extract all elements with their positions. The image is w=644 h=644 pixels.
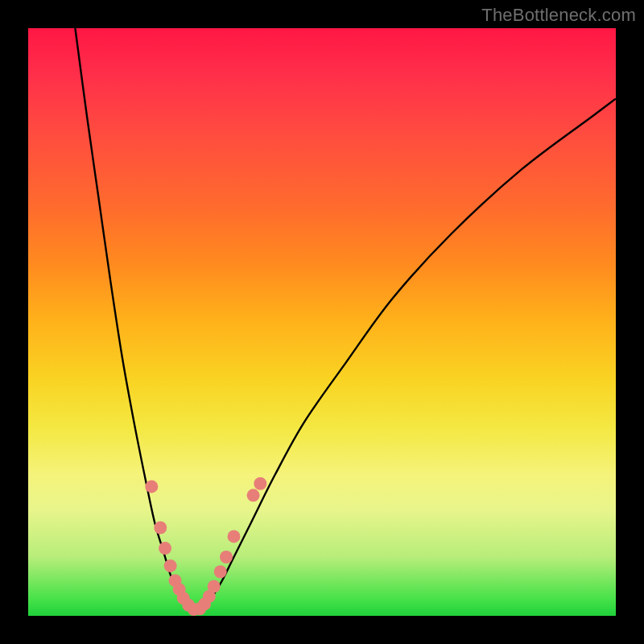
watermark-text: TheBottleneck.com [481,5,636,26]
sample-dot [247,489,260,502]
sample-dot [154,522,167,535]
sample-dot [254,477,266,490]
chart-frame: TheBottleneck.com [0,0,644,644]
curve-layer [75,28,616,610]
sample-dot [159,542,171,555]
sample-dot [145,480,158,493]
marker-layer [145,477,266,616]
sample-dot [228,530,241,543]
plot-area [28,28,616,616]
sample-dot [208,580,221,593]
sample-dot [214,565,227,578]
bottleneck-curve [75,28,616,610]
sample-dot [164,559,177,572]
sample-dot [220,551,233,564]
chart-svg [28,28,616,616]
